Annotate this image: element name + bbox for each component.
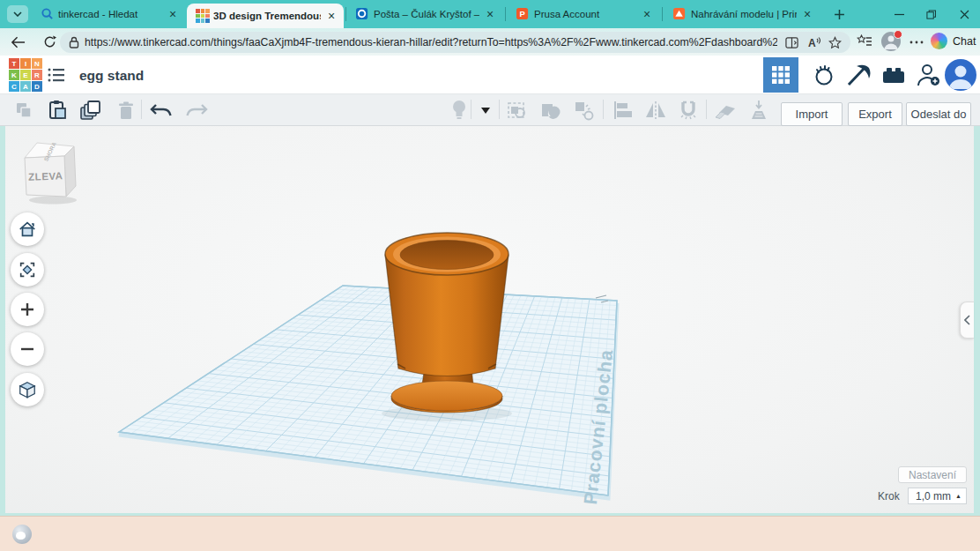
browser-menu-icon[interactable] — [909, 35, 924, 51]
tab-prusa-account[interactable]: P Prusa Account × — [508, 0, 659, 28]
grid-icon — [771, 65, 791, 85]
tab-close-icon[interactable]: × — [800, 7, 814, 21]
svg-text:A: A — [808, 37, 816, 48]
group-icon — [540, 101, 561, 120]
cloud-shape — [16, 532, 26, 540]
tab-tinkercad-search[interactable]: tinkercad - Hledat × — [32, 0, 185, 28]
design-menu-icon[interactable] — [48, 67, 65, 86]
workplane[interactable]: Pracovní plocha — [119, 286, 617, 506]
browser-profile-avatar[interactable] — [881, 32, 901, 51]
toolbar-separator — [603, 100, 604, 119]
sim-lab-icon — [811, 63, 835, 87]
avatar-person-icon — [945, 59, 976, 91]
copilot-chat-button[interactable]: Chat — [931, 33, 976, 49]
settings-button[interactable]: Nastavení — [898, 466, 967, 483]
zoom-in-button[interactable] — [11, 293, 44, 326]
tab-printables[interactable]: Nahrávání modelu | Printables × — [664, 0, 820, 28]
tab-close-icon[interactable]: × — [166, 7, 180, 21]
copy-icon — [14, 101, 33, 120]
viewport-3d[interactable]: Pracovní plocha SHORA ZLEVA — [0, 126, 980, 516]
tab-search-chevron-button[interactable] — [7, 5, 28, 23]
fit-view-button[interactable] — [11, 253, 44, 287]
redo-button[interactable] — [183, 98, 210, 123]
import-button[interactable]: Import — [781, 102, 843, 126]
tab-separator — [662, 7, 663, 21]
design-title[interactable]: egg stand — [79, 68, 144, 84]
account-avatar[interactable] — [945, 59, 976, 91]
new-tab-button[interactable] — [828, 4, 850, 25]
favorite-star-icon[interactable] — [828, 36, 842, 49]
model-egg-stand[interactable] — [382, 233, 512, 421]
person-plus-icon — [916, 63, 942, 87]
tab-separator — [345, 7, 346, 21]
snap-button[interactable] — [675, 98, 702, 123]
split-screen-icon[interactable] — [785, 36, 798, 49]
tab-separator — [505, 7, 506, 21]
delete-button[interactable] — [113, 98, 139, 123]
window-minimize-button[interactable] — [883, 0, 915, 28]
ruler-tool-icon — [748, 100, 769, 121]
window-close-button[interactable] — [948, 0, 980, 28]
mirror-icon — [645, 101, 666, 120]
mirror-button[interactable] — [642, 98, 669, 123]
browser-tab-bar: tinkercad - Hledat × 3D design Tremendou… — [0, 0, 980, 28]
zoom-out-button[interactable] — [11, 332, 44, 366]
collaborate-button[interactable] — [915, 62, 943, 88]
taskbar-widget-icon[interactable] — [12, 525, 32, 544]
step-dropdown[interactable]: 1,0 mm ▲ — [908, 488, 967, 504]
light-toggle-button[interactable] — [446, 98, 472, 123]
select-group-button[interactable] — [504, 98, 531, 123]
align-button[interactable] — [610, 98, 636, 123]
duplicate-button[interactable] — [78, 98, 104, 123]
right-edge-strip — [974, 126, 980, 516]
send-to-button[interactable]: Odeslat do — [906, 102, 971, 126]
ruler-tool-button[interactable] — [746, 98, 772, 123]
copy-button[interactable] — [11, 98, 37, 123]
tinkercad-logo[interactable]: TIN KER CAD — [9, 58, 42, 92]
ungroup-button[interactable] — [571, 98, 598, 123]
view-3d-grid-button[interactable] — [763, 57, 798, 93]
toolbar-separator — [706, 100, 707, 119]
copilot-icon — [931, 33, 947, 49]
tab-close-icon[interactable]: × — [324, 9, 338, 23]
perspective-cube-icon — [18, 380, 37, 399]
group-button[interactable] — [538, 98, 564, 123]
url-field[interactable]: https://www.tinkercad.com/things/faaCaXj… — [60, 32, 850, 53]
plus-icon — [19, 302, 35, 317]
home-view-button[interactable] — [11, 212, 44, 246]
chevron-down-icon — [13, 11, 22, 17]
tab-close-icon[interactable]: × — [483, 7, 497, 21]
fit-view-icon — [18, 260, 37, 279]
refresh-button[interactable] — [37, 32, 62, 53]
workplane-tool-button[interactable] — [712, 98, 739, 123]
tab-outlook[interactable]: Pošta – Čulák Kryštof – Outlook × — [347, 0, 502, 28]
magnet-icon — [678, 100, 699, 121]
toolbar-separator — [141, 100, 142, 119]
plus-icon — [834, 9, 845, 20]
tab-close-icon[interactable]: × — [640, 7, 654, 21]
toolbar-separator — [471, 100, 471, 119]
svg-text:P: P — [519, 10, 524, 19]
brick-icon — [881, 64, 906, 86]
view-options-dropdown[interactable] — [476, 98, 495, 123]
chevron-left-icon — [964, 315, 970, 325]
sim-lab-button[interactable] — [809, 62, 837, 88]
windows-taskbar: Hledat — [0, 516, 980, 551]
tinkercad-favicon-icon — [196, 9, 210, 23]
view-cube[interactable]: SHORA ZLEVA — [16, 135, 83, 209]
export-button[interactable]: Export — [848, 102, 902, 126]
brick-export-button[interactable] — [880, 62, 908, 88]
perspective-toggle-button[interactable] — [11, 373, 44, 406]
tab-tinkercad-design[interactable]: 3D design Tremendous Kieran-H × — [187, 4, 344, 28]
minecraft-export-button[interactable] — [844, 62, 872, 88]
window-restore-button[interactable] — [915, 0, 947, 28]
paste-button[interactable] — [44, 98, 71, 123]
shapes-panel-toggle[interactable] — [960, 302, 974, 339]
undo-button[interactable] — [148, 98, 174, 123]
dropdown-arrow-icon — [481, 108, 490, 114]
back-button[interactable] — [5, 32, 30, 53]
select-group-icon — [507, 100, 528, 121]
outlook-favicon-icon — [356, 7, 370, 21]
favorites-hub-icon[interactable] — [857, 34, 872, 53]
read-aloud-icon[interactable]: A — [806, 36, 820, 48]
